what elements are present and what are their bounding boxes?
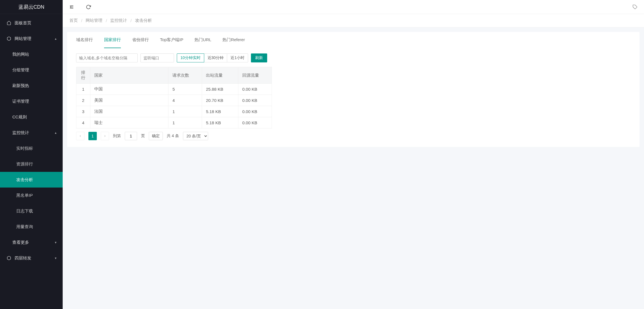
cell-country: 瑞士 [90, 117, 168, 128]
tab-hot-url[interactable]: 热门URL [194, 32, 211, 48]
chevron-down-icon: ▼ [54, 257, 57, 260]
card: 域名排行 国家排行 省份排行 Top客户端IP 热门URL 热门Referer … [67, 32, 640, 147]
page-1-button[interactable]: 1 [88, 132, 97, 140]
cube-icon [6, 36, 12, 41]
refresh-button[interactable]: 刷新 [251, 53, 267, 62]
table-row: 4 瑞士 1 5.18 KB 0.00 KB [76, 117, 272, 128]
tab-country-rank[interactable]: 国家排行 [104, 32, 121, 48]
cell-req: 4 [168, 95, 202, 106]
goto-confirm-button[interactable]: 确定 [149, 132, 163, 140]
main: 首页 / 网站管理 / 监控统计 / 攻击分析 域名排行 国家排行 省份排行 T… [63, 0, 644, 309]
table-row: 1 中国 5 25.88 KB 0.00 KB [76, 84, 272, 95]
th-origin: 回源流量 [238, 67, 272, 84]
nav-usage-query[interactable]: 用量查询 [0, 219, 63, 235]
breadcrumb-home[interactable]: 首页 [69, 18, 78, 23]
chevron-up-icon: ▲ [54, 131, 57, 134]
cell-rank: 3 [76, 106, 90, 117]
chevron-down-icon: ▼ [54, 241, 57, 244]
nav-site-mgmt[interactable]: 网站管理 ▲ [0, 31, 63, 46]
nav: 面板首页 网站管理 ▲ 我的网站 分组管理 刷新预热 证书管理 CC规则 监控统… [0, 14, 63, 309]
nav-site-mgmt-label: 网站管理 [15, 36, 31, 41]
topbar [63, 0, 644, 14]
table-row: 2 美国 4 20.70 KB 0.00 KB [76, 95, 272, 106]
domain-input[interactable] [76, 53, 138, 62]
nav-refresh-preheat[interactable]: 刷新预热 [0, 78, 63, 93]
th-country: 国家 [90, 67, 168, 84]
time-segment-group: 10分钟实时 近30分钟 近1小时 [177, 53, 248, 62]
cell-origin: 0.00 KB [238, 95, 272, 106]
refresh-icon[interactable] [85, 4, 92, 10]
nav-log-download[interactable]: 日志下载 [0, 203, 63, 219]
total-label: 共 4 条 [167, 134, 179, 139]
seg-10min[interactable]: 10分钟实时 [177, 53, 204, 62]
nav-home[interactable]: 面板首页 [0, 15, 63, 31]
cell-origin: 0.00 KB [238, 106, 272, 117]
breadcrumb: 首页 / 网站管理 / 监控统计 / 攻击分析 [63, 14, 644, 27]
seg-1h[interactable]: 近1小时 [227, 53, 248, 62]
port-input[interactable] [140, 53, 174, 62]
chevron-up-icon: ▲ [54, 37, 57, 40]
logo: 蓝易云CDN [0, 0, 63, 14]
sidebar: 蓝易云CDN 面板首页 网站管理 ▲ 我的网站 分组管理 刷新预热 证书管理 C… [0, 0, 63, 309]
nav-home-label: 面板首页 [15, 20, 31, 26]
breadcrumb-site-mgmt[interactable]: 网站管理 [86, 18, 102, 23]
cell-rank: 1 [76, 84, 90, 95]
cell-rank: 4 [76, 117, 90, 128]
cell-country: 中国 [90, 84, 168, 95]
nav-l4-label: 四层转发 [15, 256, 31, 261]
next-page-button[interactable] [101, 132, 109, 140]
seg-30min[interactable]: 近30分钟 [204, 53, 227, 62]
cell-origin: 0.00 KB [238, 117, 272, 128]
tab-domain-rank[interactable]: 域名排行 [76, 32, 93, 48]
cell-out: 20.70 KB [202, 95, 238, 106]
pagination: 1 到第 页 确定 共 4 条 20 条/页 [76, 132, 631, 140]
nav-blacklist-ip[interactable]: 黑名单IP [0, 188, 63, 203]
data-table: 排行 国家 请求次数 出站流量 回源流量 1 中国 5 25.88 KB 0.0… [76, 67, 272, 128]
th-req: 请求次数 [168, 67, 202, 84]
page-label: 页 [141, 134, 145, 139]
cell-req: 1 [168, 106, 202, 117]
tab-province-rank[interactable]: 省份排行 [132, 32, 149, 48]
nav-realtime[interactable]: 实时指标 [0, 141, 63, 156]
breadcrumb-monitor[interactable]: 监控统计 [110, 18, 127, 23]
table-row: 3 法国 1 5.18 KB 0.00 KB [76, 106, 272, 117]
goto-label: 到第 [113, 134, 121, 139]
cell-out: 25.88 KB [202, 84, 238, 95]
content: 域名排行 国家排行 省份排行 Top客户端IP 热门URL 热门Referer … [63, 27, 644, 309]
cell-country: 法国 [90, 106, 168, 117]
cell-rank: 2 [76, 95, 90, 106]
per-page-select[interactable]: 20 条/页 [183, 132, 208, 140]
cell-req: 1 [168, 117, 202, 128]
tab-top-client-ip[interactable]: Top客户端IP [160, 32, 183, 48]
cube-icon [6, 256, 12, 260]
cell-out: 5.18 KB [202, 117, 238, 128]
cell-out: 5.18 KB [202, 106, 238, 117]
nav-attack-analysis[interactable]: 攻击分析 [0, 172, 63, 188]
tab-hot-referer[interactable]: 热门Referer [222, 32, 245, 48]
nav-view-more[interactable]: 查看更多 ▼ [0, 235, 63, 250]
filter-row: 10分钟实时 近30分钟 近1小时 刷新 [76, 53, 631, 62]
nav-cc-rule[interactable]: CC规则 [0, 109, 63, 125]
tag-icon[interactable] [632, 4, 638, 10]
nav-resource-rank[interactable]: 资源排行 [0, 156, 63, 172]
nav-cert-mgmt[interactable]: 证书管理 [0, 93, 63, 109]
prev-page-button[interactable] [76, 132, 84, 140]
menu-collapse-icon[interactable] [68, 4, 75, 10]
cell-origin: 0.00 KB [238, 84, 272, 95]
nav-l4-forward[interactable]: 四层转发 ▼ [0, 250, 63, 266]
home-icon [6, 21, 12, 25]
breadcrumb-current: 攻击分析 [135, 18, 152, 23]
nav-monitor[interactable]: 监控统计 ▲ [0, 125, 63, 141]
tabs: 域名排行 国家排行 省份排行 Top客户端IP 热门URL 热门Referer [76, 32, 631, 48]
nav-my-site[interactable]: 我的网站 [0, 46, 63, 62]
th-out: 出站流量 [202, 67, 238, 84]
goto-page-input[interactable] [125, 132, 137, 140]
nav-group-mgmt[interactable]: 分组管理 [0, 62, 63, 78]
th-rank: 排行 [76, 67, 90, 84]
cell-country: 美国 [90, 95, 168, 106]
cell-req: 5 [168, 84, 202, 95]
